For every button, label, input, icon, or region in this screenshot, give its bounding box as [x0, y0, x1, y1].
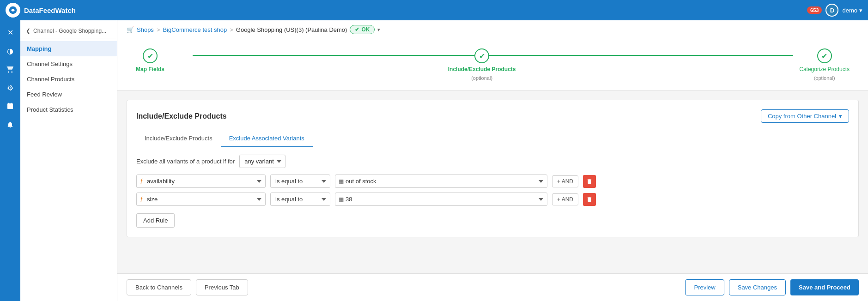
- delete-rule-button-1[interactable]: [583, 175, 596, 188]
- breadcrumb: 🛒 Shops > BigCommerce test shop > Google…: [117, 20, 868, 39]
- exclude-label: Exclude all variants of a product if for: [136, 158, 235, 165]
- status-dropdown-icon[interactable]: ▾: [377, 27, 380, 33]
- breadcrumb-sep2: >: [230, 26, 233, 33]
- copy-from-other-channel-button[interactable]: Copy from Other Channel ▾: [761, 109, 849, 123]
- value-icon-2: ▦: [339, 196, 344, 203]
- add-rule-button[interactable]: Add Rule: [136, 213, 175, 228]
- sidebar-item-feed-review[interactable]: Feed Review: [20, 87, 117, 102]
- tab-include-exclude-products[interactable]: Include/Exclude Products: [136, 130, 221, 147]
- sidebar-item-label: Channel Settings: [27, 60, 73, 67]
- sidebar-item-channel-products[interactable]: Channel Products: [20, 72, 117, 87]
- navbar-right: 653 D demo ▾: [807, 4, 862, 17]
- delete-rule-button-2[interactable]: [583, 193, 596, 206]
- rule-row-1: ƒ availability is equal to ▦ out of stoc…: [136, 175, 849, 188]
- any-variant-select[interactable]: any variant all variants: [239, 155, 285, 168]
- stepper-step-3[interactable]: ✔ Categorize Products (optional): [799, 48, 850, 81]
- preview-button[interactable]: Preview: [685, 279, 724, 295]
- breadcrumb-shops[interactable]: Shops: [137, 26, 154, 33]
- field-icon-2: ƒ: [140, 196, 143, 203]
- footer: Back to Channels Previous Tab Preview Sa…: [117, 273, 868, 301]
- sidebar-item-mapping[interactable]: Mapping: [20, 41, 117, 56]
- sidebar-item-label: Product Statistics: [27, 106, 73, 113]
- condition-select-1[interactable]: is equal to: [270, 175, 330, 188]
- stepper-step-1[interactable]: ✔ Map Fields: [136, 48, 164, 81]
- card-title: Include/Exclude Products: [136, 112, 227, 120]
- condition-select-2[interactable]: is equal to: [270, 193, 330, 206]
- value-select-2[interactable]: 38: [335, 193, 547, 206]
- back-to-channels-button[interactable]: Back to Channels: [127, 279, 191, 295]
- sidebar-item-label: Feed Review: [27, 91, 62, 98]
- save-changes-button[interactable]: Save Changes: [729, 279, 786, 295]
- stepper-items: ✔ Map Fields ✔ Include/Exclude Products …: [136, 48, 850, 81]
- previous-tab-button[interactable]: Previous Tab: [196, 279, 248, 295]
- stepper-circle-2: ✔: [474, 48, 489, 63]
- exclude-variants-row: Exclude all variants of a product if for…: [136, 155, 849, 168]
- tabs: Include/Exclude Products Exclude Associa…: [136, 130, 849, 147]
- value-icon-1: ▦: [339, 178, 344, 185]
- stepper-circle-1: ✔: [143, 48, 158, 63]
- main-layout: ✕ ◑ ⚙ ❮ Channel - Google Shopping... Map…: [0, 20, 868, 301]
- footer-right: Preview Save Changes Save and Proceed: [685, 279, 859, 295]
- breadcrumb-sep1: >: [157, 26, 160, 33]
- navbar-left: DataFeedWatch: [6, 3, 76, 18]
- icon-sidebar: ✕ ◑ ⚙: [0, 20, 20, 301]
- hook-icon[interactable]: [2, 98, 18, 114]
- sidebar-item-label: Channel Products: [27, 76, 74, 83]
- logo-text: DataFeedWatch: [24, 6, 76, 14]
- sidebar-item-channel-settings[interactable]: Channel Settings: [20, 56, 117, 72]
- card-header: Include/Exclude Products Copy from Other…: [136, 109, 849, 123]
- stepper-circle-3: ✔: [817, 48, 832, 63]
- content-area: Include/Exclude Products Copy from Other…: [117, 90, 868, 273]
- left-nav: ❮ Channel - Google Shopping... Mapping C…: [20, 20, 117, 301]
- analytics-icon[interactable]: ◑: [2, 42, 18, 59]
- bell-icon[interactable]: [2, 116, 18, 133]
- field-icon-1: ƒ: [140, 178, 143, 185]
- save-and-proceed-button[interactable]: Save and Proceed: [790, 279, 859, 295]
- user-menu[interactable]: demo ▾: [842, 7, 862, 14]
- sidebar-item-product-statistics[interactable]: Product Statistics: [20, 102, 117, 117]
- and-button-1[interactable]: + AND: [552, 175, 578, 187]
- cart-icon[interactable]: [2, 61, 18, 78]
- navbar: DataFeedWatch 653 D demo ▾: [0, 0, 868, 20]
- close-icon[interactable]: ✕: [2, 24, 18, 41]
- channel-title[interactable]: ❮ Channel - Google Shopping...: [20, 24, 117, 38]
- sidebar-item-label: Mapping: [27, 45, 51, 52]
- footer-left: Back to Channels Previous Tab: [127, 279, 248, 295]
- rule-row-2: ƒ size is equal to ▦ 38: [136, 193, 849, 206]
- back-arrow-icon[interactable]: ❮: [26, 28, 30, 34]
- stepper: ✔ Map Fields ✔ Include/Exclude Products …: [117, 39, 868, 90]
- breadcrumb-icon: 🛒: [127, 26, 134, 33]
- status-ok-icon: ✔: [355, 26, 359, 33]
- settings-icon[interactable]: ⚙: [2, 79, 18, 96]
- value-select-1[interactable]: out of stock: [335, 175, 547, 188]
- and-button-2[interactable]: + AND: [552, 193, 578, 205]
- main-card: Include/Exclude Products Copy from Other…: [127, 100, 859, 237]
- breadcrumb-channel-name: Google Shopping (US)(3) (Paulina Demo): [236, 26, 347, 33]
- notification-badge[interactable]: 653: [807, 6, 822, 14]
- status-badge: ✔ OK: [350, 25, 375, 34]
- breadcrumb-shop-name[interactable]: BigCommerce test shop: [163, 26, 227, 33]
- logo-icon: [6, 3, 20, 18]
- user-avatar: D: [826, 4, 838, 17]
- tab-exclude-associated-variants[interactable]: Exclude Associated Variants: [221, 130, 313, 147]
- field-select-1[interactable]: availability: [136, 175, 266, 188]
- field-select-2[interactable]: size: [136, 193, 266, 206]
- main-content: 🛒 Shops > BigCommerce test shop > Google…: [117, 20, 868, 301]
- stepper-step-2[interactable]: ✔ Include/Exclude Products (optional): [448, 48, 516, 81]
